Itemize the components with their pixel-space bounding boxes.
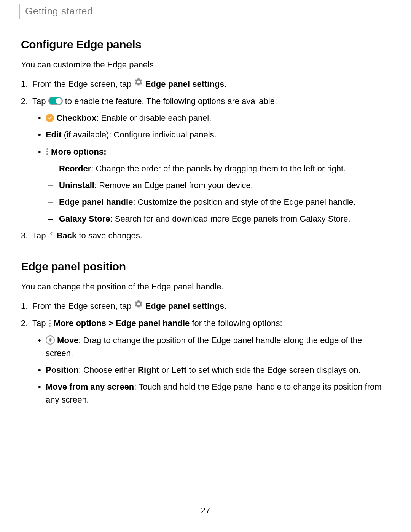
list-item: Checkbox: Enable or disable each panel. (46, 112, 390, 125)
checkmark-icon (46, 114, 54, 122)
step-item: From the Edge screen, tap Edge panel set… (32, 78, 390, 91)
list-item: Move: Drag to change the position of the… (46, 334, 390, 360)
list-item: Position: Choose either Right or Left to… (46, 364, 390, 377)
more-options-icon (49, 320, 51, 327)
step-item: Tap Back to save changes. (32, 229, 390, 243)
intro-text: You can customize the Edge panels. (21, 58, 390, 71)
heading-configure: Configure Edge panels (21, 36, 390, 53)
breadcrumb-container: Getting started (19, 4, 390, 19)
list-item: Edit (if available): Configure individua… (46, 128, 390, 141)
gear-icon (134, 299, 143, 312)
page-number: 27 (0, 504, 411, 517)
list-item: Move from any screen: Touch and hold the… (46, 380, 390, 406)
toggle-icon (48, 97, 63, 105)
more-options-icon (46, 148, 48, 155)
steps-list: From the Edge screen, tap Edge panel set… (21, 300, 390, 406)
list-item: Reorder: Change the order of the panels … (59, 162, 390, 175)
gear-icon (134, 77, 143, 90)
chevron-left-icon (48, 229, 54, 242)
heading-position: Edge panel position (21, 258, 390, 275)
section-configure-edge-panels: Configure Edge panels You can customize … (21, 36, 390, 243)
section-edge-panel-position: Edge panel position You can change the p… (21, 258, 390, 406)
step-item: Tap More options > Edge panel handle for… (32, 317, 390, 406)
dash-list: Reorder: Change the order of the panels … (46, 162, 390, 225)
list-item: Uninstall: Remove an Edge panel from you… (59, 179, 390, 192)
step-item: From the Edge screen, tap Edge panel set… (32, 300, 390, 313)
intro-text: You can change the position of the Edge … (21, 280, 390, 293)
list-item: More options: Reorder: Change the order … (46, 145, 390, 225)
step-item: Tap to enable the feature. The following… (32, 95, 390, 225)
list-item: Galaxy Store: Search for and download mo… (59, 212, 390, 225)
sub-bullet-list: Checkbox: Enable or disable each panel. … (32, 112, 390, 225)
steps-list: From the Edge screen, tap Edge panel set… (21, 78, 390, 243)
move-icon (46, 335, 55, 345)
list-item: Edge panel handle: Customize the positio… (59, 196, 390, 209)
breadcrumb: Getting started (25, 4, 390, 19)
sub-bullet-list: Move: Drag to change the position of the… (32, 334, 390, 406)
